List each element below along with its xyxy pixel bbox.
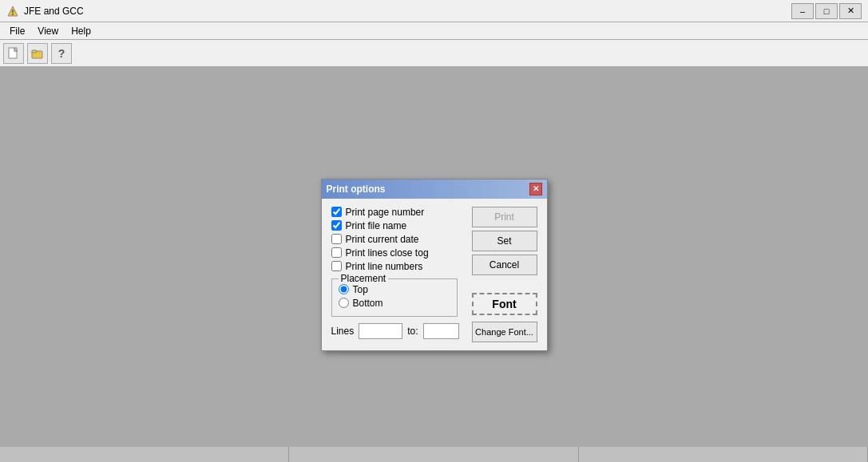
svg-rect-6 <box>32 50 37 53</box>
radio-bottom[interactable] <box>339 298 349 308</box>
checkbox-row-file-name: Print file name <box>331 220 466 231</box>
dialog-title: Print options <box>327 184 386 195</box>
dialog-titlebar: Print options ✕ <box>322 180 547 199</box>
radio-bottom-label: Bottom <box>353 298 383 309</box>
radio-row-bottom: Bottom <box>339 298 450 309</box>
menu-view[interactable]: View <box>31 24 65 38</box>
checkbox-page-number-label: Print page number <box>346 207 425 218</box>
checkbox-lines-close[interactable] <box>331 247 342 258</box>
placement-legend: Placement <box>339 273 389 284</box>
lines-row: Lines to: <box>331 323 466 339</box>
app-icon <box>6 5 19 18</box>
app-title: JFE and GCC <box>24 6 84 17</box>
dialog-overlay: Print options ✕ Print page number <box>0 67 868 462</box>
lines-to-label: to: <box>407 326 418 337</box>
menu-bar: File View Help <box>0 22 868 40</box>
checkbox-line-numbers[interactable] <box>331 261 342 271</box>
checkbox-row-current-date: Print current date <box>331 234 466 245</box>
cancel-button[interactable]: Cancel <box>472 255 537 275</box>
radio-top[interactable] <box>339 284 349 294</box>
dialog-close-button[interactable]: ✕ <box>529 183 542 195</box>
title-bar: JFE and GCC – □ ✕ <box>0 0 868 22</box>
checkbox-lines-close-label: Print lines close tog <box>346 247 429 259</box>
lines-to-input[interactable] <box>423 323 459 339</box>
set-button[interactable]: Set <box>472 231 537 251</box>
dialog-body: Print page number Print file name Print … <box>322 199 547 350</box>
radio-row-top: Top <box>339 284 450 295</box>
checkbox-row-lines-close: Print lines close tog <box>331 247 466 259</box>
new-icon <box>7 47 20 60</box>
new-button[interactable] <box>3 43 24 64</box>
minimize-button[interactable]: – <box>791 3 814 19</box>
checkbox-file-name[interactable] <box>331 220 342 231</box>
help-button[interactable]: ? <box>51 43 72 64</box>
checkbox-current-date[interactable] <box>331 234 342 244</box>
status-bar <box>0 446 868 462</box>
open-button[interactable] <box>27 43 48 64</box>
placement-group: Placement Top Bottom <box>331 278 458 317</box>
checkbox-current-date-label: Print current date <box>346 234 419 245</box>
help-icon: ? <box>58 47 65 60</box>
font-label-display: Font <box>472 293 537 315</box>
checkbox-row-line-numbers: Print line numbers <box>331 261 466 272</box>
dialog-right-panel: Print Set Cancel Font Change Font... <box>466 207 537 342</box>
toolbar: ? <box>0 40 868 67</box>
print-options-dialog: Print options ✕ Print page number <box>321 179 548 351</box>
checkbox-page-number[interactable] <box>331 207 342 217</box>
lines-from-input[interactable] <box>359 323 402 339</box>
checkbox-line-numbers-label: Print line numbers <box>346 261 423 272</box>
open-icon <box>31 47 44 60</box>
menu-file[interactable]: File <box>3 24 31 38</box>
status-segment-3 <box>579 447 868 462</box>
checkboxes-area: Print page number Print file name Print … <box>331 207 466 272</box>
status-segment-2 <box>289 447 578 462</box>
maximize-button[interactable]: □ <box>815 3 838 19</box>
checkbox-file-name-label: Print file name <box>346 220 407 231</box>
main-area: Print options ✕ Print page number <box>0 67 868 462</box>
change-font-button[interactable]: Change Font... <box>472 322 537 342</box>
print-button[interactable]: Print <box>472 207 537 227</box>
status-segment-1 <box>0 447 289 462</box>
svg-point-2 <box>12 14 14 15</box>
checkbox-row-page-number: Print page number <box>331 207 466 218</box>
close-button[interactable]: ✕ <box>839 3 862 19</box>
lines-label: Lines <box>331 326 355 337</box>
menu-help[interactable]: Help <box>65 24 97 38</box>
dialog-left-panel: Print page number Print file name Print … <box>331 207 466 342</box>
radio-top-label: Top <box>353 284 368 295</box>
